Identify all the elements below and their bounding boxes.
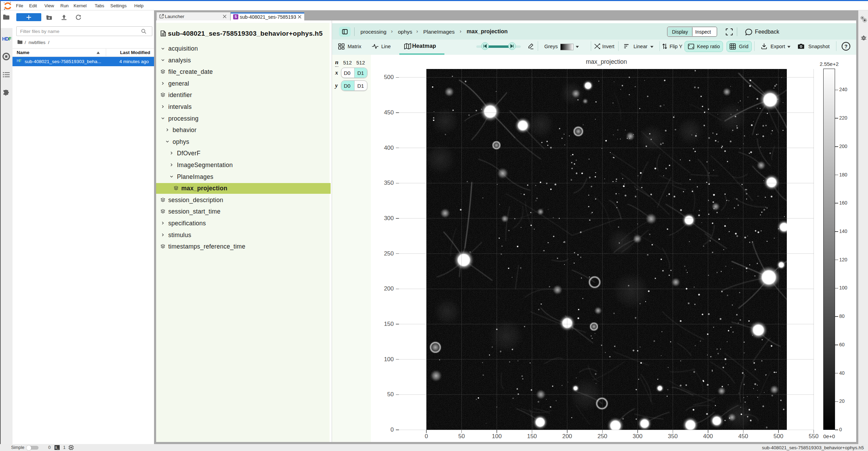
svg-text:?: ? [844,44,848,49]
